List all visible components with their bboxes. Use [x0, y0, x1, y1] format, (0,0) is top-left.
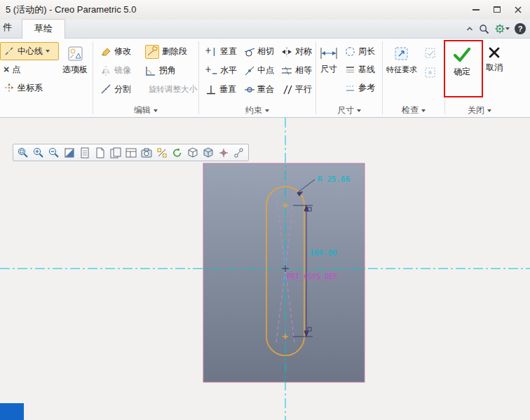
tangent-constraint-label: 相切 — [257, 46, 274, 57]
update-button[interactable] — [170, 145, 184, 160]
help-button[interactable]: ? — [515, 22, 526, 35]
zoom-in-button[interactable] — [31, 145, 46, 160]
csys-label[interactable]: PRT_CSYS_DEF — [287, 273, 337, 281]
horizontal-constraint-label: 水平 — [220, 65, 237, 76]
perpendicular-constraint-button[interactable]: 垂直 — [202, 81, 240, 99]
midpoint-constraint-button[interactable]: 中点 — [240, 62, 278, 80]
zoom-window-button[interactable] — [15, 145, 30, 160]
datum-display-button[interactable] — [93, 145, 107, 160]
divide-button[interactable]: 分割 — [97, 81, 142, 99]
equal-constraint-button[interactable]: 相等 — [278, 62, 317, 80]
shaded-view-button[interactable] — [201, 145, 215, 160]
vertical-constraint-button[interactable]: 竖直 — [202, 43, 240, 61]
titlebar: 5 (活动的) - Creo Parametric 5.0 — [0, 0, 530, 20]
group-dimension: 尺寸 周长 基线 参考 尺寸 — [316, 39, 382, 117]
edit-group-caret-icon — [154, 109, 158, 112]
selection-filter-button[interactable] — [231, 145, 246, 160]
sketch-plane[interactable] — [203, 163, 365, 382]
inspect-overlap-button[interactable] — [421, 43, 440, 62]
feature-requirements-label: 特征要求 — [386, 65, 417, 75]
standard-orientation-button[interactable] — [185, 145, 200, 160]
group-label-inspect[interactable]: 检查 — [383, 104, 444, 117]
group-label-edit[interactable]: 编辑 — [93, 104, 198, 117]
search-button[interactable] — [479, 22, 489, 35]
help-icon: ? — [515, 23, 526, 34]
palette-button[interactable]: 选项板 — [59, 42, 91, 104]
palette-icon — [67, 46, 83, 62]
group-label-dimension[interactable]: 尺寸 — [316, 104, 382, 117]
point-label: 点 — [12, 64, 20, 76]
spin-center-button[interactable] — [216, 145, 231, 160]
ok-check-icon — [451, 46, 473, 64]
mirror-button[interactable]: 镜像 — [97, 62, 142, 80]
repaint-button[interactable] — [62, 145, 76, 160]
graphics-area[interactable]: R 25.66 180.00 PRT_CSYS_DEF — [0, 118, 530, 420]
horizontal-constraint-button[interactable]: 水平 — [202, 62, 240, 80]
cube-outline-icon — [186, 147, 199, 159]
symmetric-constraint-button[interactable]: 对称 — [278, 43, 317, 61]
image-capture-button[interactable] — [139, 145, 154, 160]
scale-display-button[interactable] — [154, 145, 169, 160]
close-window-button[interactable] — [508, 2, 529, 17]
baseline-button[interactable]: 基线 — [341, 60, 379, 79]
zoom-out-button[interactable] — [46, 145, 61, 160]
parallel-constraint-icon — [281, 84, 292, 95]
close-group-caret-icon — [487, 109, 491, 112]
window-title: 5 (活动的) - Creo Parametric 5.0 — [6, 4, 136, 16]
group-edit: 修改 删除段 镜像 拐角 分割 — [93, 39, 198, 117]
point-button[interactable]: × 点 — [0, 60, 59, 79]
dimension-icon — [320, 46, 338, 61]
delete-segment-button[interactable]: 删除段 — [142, 43, 201, 61]
maximize-button[interactable] — [487, 2, 508, 17]
display-style-button[interactable] — [77, 145, 92, 160]
tangent-constraint-button[interactable]: 相切 — [240, 43, 278, 61]
modify-button[interactable]: 修改 — [97, 43, 142, 61]
inspect-shade-button[interactable] — [421, 63, 440, 81]
equal-constraint-icon — [281, 65, 292, 76]
graphics-toolbar — [13, 144, 249, 161]
tab-sketch[interactable]: 草绘 — [22, 19, 65, 39]
app-window: 5 (活动的) - Creo Parametric 5.0 件 草绘 ? 中心线 — [0, 0, 530, 420]
modify-icon — [100, 46, 111, 57]
vertical-constraint-icon — [205, 46, 217, 57]
feature-requirements-icon — [393, 46, 410, 62]
height-dimension-value[interactable]: 180.00 — [309, 248, 337, 257]
view-manager-button[interactable] — [123, 145, 138, 160]
ok-button[interactable]: 确定 — [445, 42, 479, 104]
dimension-button[interactable]: 尺寸 — [316, 42, 341, 104]
feature-requirements-button[interactable]: 特征要求 — [383, 42, 421, 104]
reference-button[interactable]: 参考 — [341, 79, 379, 97]
settings-menu-button[interactable] — [494, 22, 510, 35]
reference-icon — [345, 83, 355, 93]
centerline-icon — [4, 46, 15, 57]
point-icon: × — [4, 65, 9, 74]
corner-icon — [145, 65, 156, 76]
tab-file[interactable]: 件 — [0, 21, 16, 38]
quick-access-bar: ? — [466, 22, 526, 35]
group-label-constrain[interactable]: 约束 — [199, 104, 315, 117]
cancel-button[interactable]: 取消 — [479, 42, 510, 104]
view-manager-icon — [125, 147, 137, 159]
corner-button[interactable]: 拐角 — [142, 62, 201, 80]
annotation-display-button[interactable] — [108, 145, 123, 160]
parallel-constraint-button[interactable]: 平行 — [278, 81, 317, 99]
collapse-ribbon-button[interactable] — [466, 22, 474, 35]
midpoint-constraint-icon — [244, 65, 254, 76]
spin-center-icon — [217, 147, 230, 159]
perpendicular-constraint-icon — [205, 84, 217, 95]
radius-dimension-value[interactable]: R 25.66 — [318, 175, 350, 184]
perimeter-button[interactable]: 周长 — [341, 42, 379, 60]
perimeter-label: 周长 — [358, 46, 375, 57]
coordinate-system-button[interactable]: 坐标系 — [0, 79, 59, 97]
rotate-resize-button[interactable]: 旋转调整大小 — [142, 81, 201, 99]
modify-label: 修改 — [114, 46, 131, 57]
group-label-close[interactable]: 关闭 — [445, 104, 514, 117]
midpoint-constraint-label: 中点 — [257, 65, 274, 76]
baseline-label: 基线 — [358, 64, 375, 76]
group-sketching: 中心线 × 点 坐标系 选项板 — [0, 39, 93, 117]
centerline-dropdown-icon[interactable] — [46, 50, 50, 53]
minimize-button[interactable] — [466, 2, 487, 17]
coincident-constraint-button[interactable]: 重合 — [240, 81, 278, 99]
status-corner — [0, 403, 24, 420]
centerline-button[interactable]: 中心线 — [0, 42, 59, 60]
